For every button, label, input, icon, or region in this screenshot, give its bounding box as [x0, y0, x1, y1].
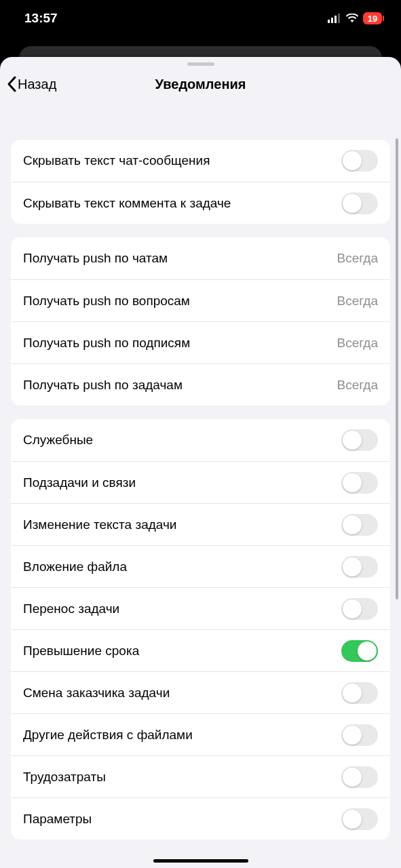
row-label: Получать push по подписям — [23, 336, 337, 351]
home-indicator[interactable] — [153, 859, 248, 863]
toggle-service[interactable] — [341, 429, 378, 451]
row-hide-chat-text[interactable]: Скрывать текст чат-сообщения — [11, 140, 390, 182]
row-label: Скрывать текст чат-сообщения — [23, 153, 341, 168]
row-push-chats[interactable]: Получать push по чатам Всегда — [11, 237, 390, 279]
chevron-left-icon — [7, 76, 16, 92]
status-bar: 13:57 19 — [0, 0, 401, 37]
toggle-hide-chat-text[interactable] — [341, 150, 378, 172]
row-customer-change[interactable]: Смена заказчика задачи — [11, 671, 390, 713]
status-time: 13:57 — [24, 11, 58, 26]
svg-rect-2 — [335, 16, 337, 23]
status-indicators: 19 — [328, 12, 382, 24]
toggle-deadline-exceeded[interactable] — [341, 640, 378, 662]
battery-indicator: 19 — [363, 12, 382, 24]
row-file-attach[interactable]: Вложение файла — [11, 545, 390, 587]
row-push-tasks[interactable]: Получать push по задачам Всегда — [11, 363, 390, 406]
toggle-customer-change[interactable] — [341, 682, 378, 704]
row-push-signatures[interactable]: Получать push по подписям Всегда — [11, 321, 390, 363]
row-label: Скрывать текст коммента к задаче — [23, 196, 341, 211]
row-label: Получать push по вопросам — [23, 294, 337, 309]
sheet-grabber[interactable] — [187, 62, 214, 66]
page-title: Уведомления — [155, 77, 246, 92]
group-push: Получать push по чатам Всегда Получать p… — [11, 237, 390, 406]
toggle-other-file-actions[interactable] — [341, 724, 378, 746]
row-label: Изменение текста задачи — [23, 517, 341, 532]
row-label: Вложение файла — [23, 559, 341, 574]
row-parameters[interactable]: Параметры — [11, 797, 390, 840]
row-label: Превышение срока — [23, 644, 341, 658]
row-label: Трудозатраты — [23, 770, 341, 785]
wifi-icon — [345, 14, 359, 23]
settings-scroll[interactable]: Скрывать текст чат-сообщения Скрывать те… — [0, 100, 401, 868]
svg-rect-3 — [338, 14, 340, 23]
row-label: Получать push по чатам — [23, 251, 337, 266]
toggle-parameters[interactable] — [341, 808, 378, 830]
row-labor-costs[interactable]: Трудозатраты — [11, 755, 390, 797]
row-value: Всегда — [337, 251, 378, 266]
toggle-hide-comment-text[interactable] — [341, 193, 378, 214]
toggle-task-text-change[interactable] — [341, 514, 378, 536]
row-hide-comment-text[interactable]: Скрывать текст коммента к задаче — [11, 182, 390, 224]
group-task-notifs: Служебные Подзадачи и связи Изменение те… — [11, 419, 390, 840]
row-label: Служебные — [23, 433, 341, 448]
cellular-icon — [328, 14, 341, 23]
group-hide-text: Скрывать текст чат-сообщения Скрывать те… — [11, 140, 390, 224]
row-label: Перенос задачи — [23, 601, 341, 616]
row-label: Подзадачи и связи — [23, 475, 341, 490]
row-value: Всегда — [337, 294, 378, 309]
toggle-file-attach[interactable] — [341, 556, 378, 578]
row-label: Смена заказчика задачи — [23, 686, 341, 701]
background-strip — [0, 37, 401, 57]
row-label: Другие действия с файлами — [23, 728, 341, 743]
toggle-subtasks[interactable] — [341, 472, 378, 494]
row-label: Параметры — [23, 812, 341, 827]
row-other-file-actions[interactable]: Другие действия с файлами — [11, 713, 390, 755]
svg-rect-0 — [328, 20, 330, 23]
back-label: Назад — [18, 77, 56, 92]
toggle-task-move[interactable] — [341, 598, 378, 620]
row-push-questions[interactable]: Получать push по вопросам Всегда — [11, 279, 390, 321]
row-task-move[interactable]: Перенос задачи — [11, 587, 390, 629]
row-task-text-change[interactable]: Изменение текста задачи — [11, 503, 390, 545]
row-value: Всегда — [337, 378, 378, 393]
row-value: Всегда — [337, 336, 378, 351]
row-label: Получать push по задачам — [23, 378, 337, 393]
row-service[interactable]: Служебные — [11, 419, 390, 461]
row-deadline-exceeded[interactable]: Превышение срока — [11, 629, 390, 671]
svg-rect-1 — [331, 18, 333, 23]
toggle-labor-costs[interactable] — [341, 766, 378, 788]
settings-sheet: Назад Уведомления Скрывать текст чат-соо… — [0, 57, 401, 868]
row-subtasks[interactable]: Подзадачи и связи — [11, 461, 390, 503]
scrollbar[interactable] — [396, 138, 398, 599]
back-button[interactable]: Назад — [7, 68, 56, 100]
nav-header: Назад Уведомления — [0, 68, 401, 100]
